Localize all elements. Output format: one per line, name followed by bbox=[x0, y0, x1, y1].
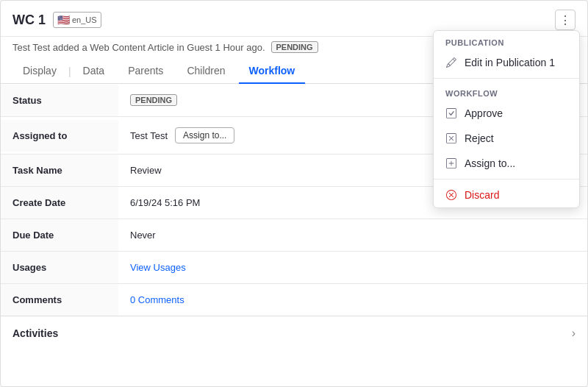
table-row: Usages View Usages bbox=[1, 252, 587, 284]
dropdown-menu: PUBLICATION Edit in Publication 1 WORKFL… bbox=[433, 30, 580, 208]
assign-icon bbox=[445, 157, 457, 169]
table-row: Comments 0 Comments bbox=[1, 284, 587, 316]
row-value-create-date: 6/19/24 5:16 PM bbox=[118, 187, 212, 219]
row-value-status: PENDING bbox=[118, 84, 189, 116]
discard-item[interactable]: Discard bbox=[434, 182, 579, 207]
edit-publication-label: Edit in Publication 1 bbox=[465, 57, 555, 68]
row-value-assigned: Test Test Assign to... bbox=[118, 117, 246, 154]
row-label-create-date: Create Date bbox=[1, 187, 118, 219]
task-name-value: Review bbox=[130, 165, 162, 176]
assign-to-label: Assign to... bbox=[465, 157, 515, 169]
row-value-due-date: Never bbox=[118, 219, 168, 251]
approve-item[interactable]: Approve bbox=[434, 101, 579, 126]
reject-label: Reject bbox=[465, 132, 494, 144]
pencil-icon bbox=[445, 57, 457, 68]
status-badge: PENDING bbox=[271, 41, 318, 53]
status-value-badge: PENDING bbox=[130, 94, 177, 106]
chevron-right-icon: › bbox=[572, 327, 576, 340]
comments-link[interactable]: 0 Comments bbox=[130, 294, 184, 305]
dropdown-divider-2 bbox=[434, 179, 579, 180]
tab-children[interactable]: Children bbox=[176, 59, 235, 84]
row-label-assigned: Assigned to bbox=[1, 120, 118, 152]
activities-label: Activities bbox=[12, 327, 58, 339]
row-value-usages: View Usages bbox=[118, 252, 198, 283]
tab-parents[interactable]: Parents bbox=[118, 59, 173, 84]
row-label-status: Status bbox=[1, 85, 118, 116]
create-date-value: 6/19/24 5:16 PM bbox=[130, 197, 200, 208]
tab-display[interactable]: Display bbox=[12, 59, 67, 84]
tab-divider-1: | bbox=[68, 65, 71, 77]
row-value-task: Review bbox=[118, 155, 173, 186]
assign-to-button[interactable]: Assign to... bbox=[175, 127, 234, 143]
subheader-text: Test Test added a Web Content Article in… bbox=[12, 42, 265, 53]
header-left: WC 1 🇺🇸 en_US bbox=[12, 12, 101, 28]
assigned-person: Test Test bbox=[130, 130, 168, 141]
approve-label: Approve bbox=[465, 107, 503, 119]
table-row: Due Date Never bbox=[1, 219, 587, 252]
publication-section-label: PUBLICATION bbox=[434, 31, 579, 50]
row-label-task: Task Name bbox=[1, 155, 118, 186]
kebab-menu-button[interactable]: ⋮ bbox=[555, 10, 576, 30]
tab-data[interactable]: Data bbox=[73, 59, 115, 84]
approve-icon bbox=[445, 107, 457, 119]
reject-icon bbox=[445, 132, 457, 144]
flag-icon: 🇺🇸 bbox=[57, 14, 70, 26]
activities-row[interactable]: Activities › bbox=[1, 316, 587, 350]
discard-label: Discard bbox=[465, 189, 499, 201]
reject-item[interactable]: Reject bbox=[434, 126, 579, 151]
row-label-usages: Usages bbox=[1, 252, 118, 283]
view-usages-link[interactable]: View Usages bbox=[130, 262, 186, 273]
row-label-due-date: Due Date bbox=[1, 219, 118, 251]
page-title: WC 1 bbox=[12, 13, 46, 28]
dropdown-divider bbox=[434, 78, 579, 79]
locale-label: en_US bbox=[72, 15, 97, 24]
due-date-value: Never bbox=[130, 230, 156, 241]
workflow-section-label: WORKFLOW bbox=[434, 82, 579, 101]
row-value-comments: 0 Comments bbox=[118, 284, 196, 316]
assign-to-item[interactable]: Assign to... bbox=[434, 151, 579, 176]
discard-icon bbox=[445, 189, 457, 201]
tab-workflow[interactable]: Workflow bbox=[239, 59, 306, 84]
row-label-comments: Comments bbox=[1, 284, 118, 316]
edit-publication-item[interactable]: Edit in Publication 1 bbox=[434, 50, 579, 75]
locale-badge: 🇺🇸 en_US bbox=[53, 12, 101, 28]
